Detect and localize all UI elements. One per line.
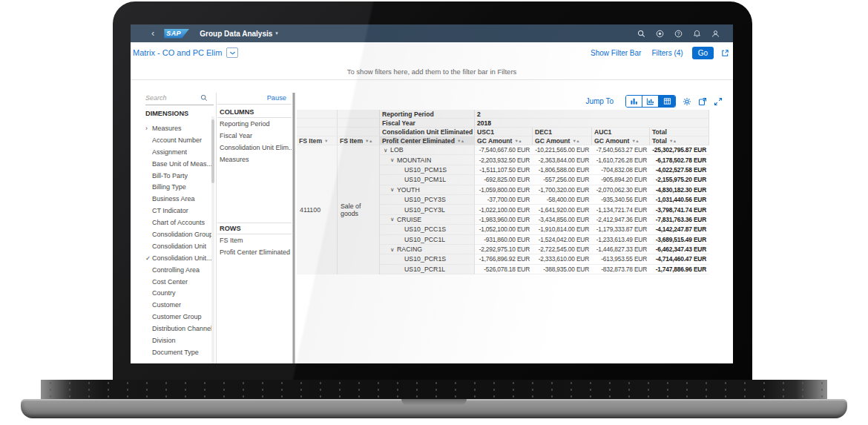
dimension-item[interactable]: Consolidation Group	[145, 228, 216, 240]
dimension-item[interactable]: Customer Group	[145, 311, 216, 323]
help-icon[interactable]: ?	[674, 30, 683, 38]
dimension-item[interactable]: Cost Center	[145, 276, 216, 288]
search-icon[interactable]	[637, 30, 645, 38]
amount-text: -2,363,844.00 EUR	[539, 157, 589, 164]
dimension-item[interactable]: Chart of Accounts	[145, 217, 216, 228]
row-header-cell[interactable]: US10_PCC1L	[380, 235, 475, 245]
dimension-item[interactable]: ✓Consolidation Unit...	[145, 252, 216, 264]
dimensions-scrollbar-thumb[interactable]	[211, 119, 214, 183]
unit-header-cell[interactable]: AUC1	[592, 128, 650, 136]
row-dimension-item[interactable]: FS Item	[217, 234, 292, 246]
fs-item-text-header-cell[interactable]: FS Item▼▲	[338, 136, 380, 145]
dimension-item[interactable]: Assignment	[145, 146, 216, 158]
cell-text: GC Amount	[477, 137, 512, 145]
dimension-item[interactable]: Country	[145, 287, 216, 299]
expandable-row-header-cell[interactable]: ∨LOB	[380, 145, 475, 155]
expandable-row-header-cell[interactable]: ∨MOUNTAIN	[380, 155, 475, 165]
panel-splitter-handle[interactable]	[292, 93, 295, 363]
row-header-cell[interactable]: US10_PCY3S	[380, 195, 475, 205]
row-header-cell[interactable]: US10_PCM1S	[380, 165, 475, 175]
dimension-item[interactable]: Account Number	[145, 134, 216, 146]
row-header-cell[interactable]: US10_PCR1L	[380, 265, 475, 274]
expandable-row-header-cell[interactable]: ∨RACING	[380, 245, 475, 254]
back-icon[interactable]: ‹	[151, 25, 154, 42]
collapse-chevron-icon[interactable]: ∨	[390, 157, 397, 163]
export-icon[interactable]	[698, 97, 707, 106]
gc-amount-header-cell[interactable]: GC Amount▼▲	[533, 136, 592, 145]
dimension-label: Billing Type	[152, 183, 186, 191]
dimension-item[interactable]: Document Type	[145, 346, 216, 358]
dimension-label: Business Area	[152, 195, 195, 202]
dimension-item[interactable]: Business Area	[145, 193, 216, 205]
amount-text: -1,610,726.28 EUR	[596, 157, 647, 164]
amount-text: -1,022,100.00 EUR	[479, 206, 530, 214]
show-filter-bar-link[interactable]: Show Filter Bar	[591, 49, 641, 57]
bar-chart-view-button[interactable]	[626, 96, 642, 107]
column-dimension-item[interactable]: Reporting Period	[217, 118, 292, 130]
settings-gear-icon[interactable]	[683, 97, 691, 106]
expandable-row-header-cell[interactable]: ∨CRUISE	[380, 215, 475, 225]
filter-sort-icon: ▼▲	[365, 139, 372, 143]
fiscal-year-label-cell[interactable]: Fiscal Year	[380, 119, 475, 128]
collapse-chevron-icon[interactable]: ∨	[390, 216, 397, 223]
amount-text: -557,256.00 EUR	[543, 176, 589, 183]
reporting-period-label-cell[interactable]: Reporting Period	[380, 110, 475, 119]
total-header-cell[interactable]: Total▼▲	[650, 136, 709, 145]
amount-value-cell: -2,333,610.00 EUR	[533, 254, 592, 264]
dimension-item[interactable]: Distribution Channel	[145, 323, 216, 335]
open-in-new-icon[interactable]	[721, 49, 729, 57]
dimension-item[interactable]: ›Measures	[145, 122, 216, 134]
total-value-cell: -1,031,440.56 EUR	[650, 195, 709, 205]
search-icon[interactable]	[200, 94, 208, 102]
amount-value-cell: -2,363,844.00 EUR	[533, 155, 592, 165]
row-label: US10_PCY3S	[404, 196, 446, 203]
dimension-item[interactable]: Base Unit of Meas...	[145, 158, 216, 170]
fiscal-year-value-cell[interactable]: 2018	[475, 119, 709, 128]
filters-link[interactable]: Filters (4)	[651, 49, 683, 57]
copilot-icon[interactable]	[656, 30, 664, 38]
search-input[interactable]	[145, 94, 200, 102]
gc-amount-header-cell[interactable]: GC Amount▼▲	[475, 136, 533, 145]
app-title[interactable]: Group Data Analysis	[200, 30, 272, 38]
expandable-row-header-cell[interactable]: ∨YOUTH	[380, 185, 475, 195]
jump-to-link[interactable]: Jump To	[585, 97, 614, 105]
row-label: US10_PCR1L	[404, 266, 445, 273]
row-dimension-item[interactable]: Profit Center Eliminated	[217, 246, 292, 258]
unit-header-cell[interactable]: USC1	[475, 128, 533, 136]
dimension-item[interactable]: CT Indicator	[145, 205, 216, 217]
column-dimension-item[interactable]: Measures	[217, 154, 292, 165]
fullscreen-icon[interactable]	[714, 97, 723, 106]
cell-text: FS Item	[340, 137, 363, 145]
row-header-cell[interactable]: US10_PCY3L	[380, 205, 475, 214]
pc-eliminated-header-cell[interactable]: Profit Center Eliminated▼▲	[380, 136, 475, 145]
profile-icon[interactable]	[711, 30, 720, 38]
dimension-item[interactable]: Bill-To Party	[145, 170, 216, 182]
dimension-item[interactable]: Customer	[145, 299, 216, 311]
column-dimension-item[interactable]: Fiscal Year	[217, 130, 292, 142]
table-view-button[interactable]	[659, 96, 675, 107]
chart-table-view-button[interactable]	[642, 96, 659, 107]
unit-header-cell[interactable]: DEC1	[533, 128, 592, 136]
collapse-chevron-icon[interactable]: ∨	[384, 147, 390, 154]
reporting-period-value-cell[interactable]: 2	[475, 110, 709, 119]
variant-dropdown[interactable]	[226, 47, 238, 58]
dimension-item[interactable]: Consolidation Unit	[145, 240, 216, 252]
dimension-item[interactable]: Division	[145, 335, 216, 346]
fs-item-key-header-cell[interactable]: FS Item▼	[297, 136, 338, 145]
dimension-item[interactable]: Controlling Area	[145, 264, 216, 276]
row-header-cell[interactable]: US10_PCC1S	[380, 225, 475, 234]
go-button[interactable]: Go	[692, 47, 714, 59]
amount-value-cell: -388,935.00 EUR	[533, 265, 592, 274]
column-dimension-item[interactable]: Consolidation Unit Elim...	[217, 142, 292, 154]
collapse-chevron-icon[interactable]: ∨	[390, 186, 397, 193]
collapse-chevron-icon[interactable]: ∨	[390, 246, 397, 253]
app-title-caret-icon[interactable]: ▾	[275, 30, 278, 36]
row-header-cell[interactable]: US10_PCR1S	[380, 254, 475, 264]
row-header-cell[interactable]: US10_PCM1L	[380, 175, 475, 185]
gc-amount-header-cell[interactable]: GC Amount▼▲	[592, 136, 650, 145]
notifications-bell-icon[interactable]	[693, 30, 701, 38]
cu-eliminated-label-cell[interactable]: Consolidation Unit Eliminated	[380, 128, 475, 136]
pause-link[interactable]: Pause	[267, 94, 286, 102]
dimension-item[interactable]: Billing Type	[145, 181, 216, 193]
unit-header-cell[interactable]: Total	[650, 128, 709, 136]
